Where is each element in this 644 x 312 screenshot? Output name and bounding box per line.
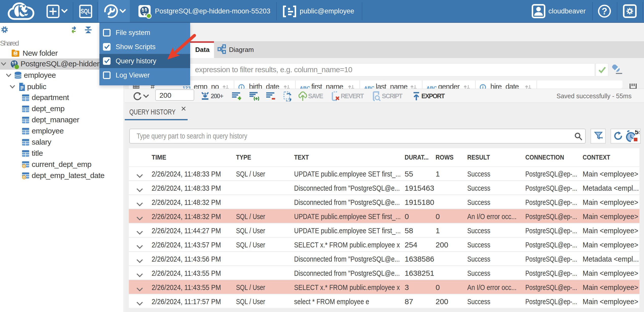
svg-text:SQL: SQL: [81, 8, 91, 15]
svg-text:5s: 5s: [635, 130, 639, 136]
svg-text:?: ?: [602, 6, 607, 16]
